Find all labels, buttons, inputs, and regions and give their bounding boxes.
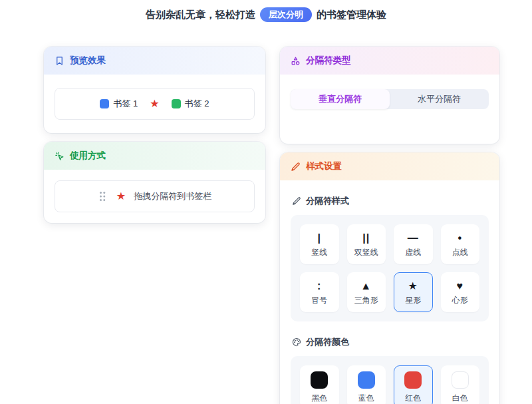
separator-color-label: 分隔符颜色 xyxy=(292,336,489,348)
right-column: 分隔符类型 垂直分隔符 水平分隔符 样式设置 xyxy=(280,47,499,404)
bookmark-icon xyxy=(55,56,65,66)
preview-card-body: 书签 1 ★ 书签 2 xyxy=(44,75,265,133)
bookmark-favicon xyxy=(172,99,181,108)
separator-color-label-text: 分隔符颜色 xyxy=(306,336,349,348)
tagline-badge: 层次分明 xyxy=(260,7,312,22)
separator-style-label-text: 分隔符样式 xyxy=(306,195,349,207)
double-line-glyph: || xyxy=(362,232,370,244)
page-tagline: 告别杂乱无章，轻松打造 层次分明 的书签管理体验 xyxy=(0,7,532,23)
separator-type-header: 分隔符类型 xyxy=(280,47,499,75)
preview-card-title: 预览效果 xyxy=(70,55,106,67)
shapes-icon xyxy=(291,56,301,66)
tagline-prefix: 告别杂乱无章，轻松打造 xyxy=(146,9,255,21)
bookmark-item: 书签 2 xyxy=(172,98,209,110)
separator-type-body: 垂直分隔符 水平分隔符 xyxy=(280,75,499,144)
red-swatch xyxy=(404,371,422,389)
bookmark-favicon xyxy=(100,99,109,108)
separator-type-tabs: 垂直分隔符 水平分隔符 xyxy=(291,89,489,109)
paintbrush-icon xyxy=(291,162,301,172)
bookmark-bar-preview: 书签 1 ★ 书签 2 xyxy=(55,88,255,120)
style-option-heart[interactable]: ♥ 心形 xyxy=(441,272,480,312)
main-layout: 预览效果 书签 1 ★ 书签 2 xyxy=(44,47,499,404)
style-option-dot[interactable]: • 点线 xyxy=(441,224,480,264)
color-option-red[interactable]: 红色 xyxy=(394,365,433,404)
heart-glyph: ♥ xyxy=(457,280,464,292)
tab-horizontal-separator[interactable]: 水平分隔符 xyxy=(390,89,489,109)
palette-icon xyxy=(292,337,301,347)
black-swatch xyxy=(311,371,328,389)
style-option-dashed-line[interactable]: — 虚线 xyxy=(394,224,433,264)
vertical-line-glyph: | xyxy=(318,232,321,244)
dot-glyph: • xyxy=(458,232,462,244)
usage-card: 使用方式 ★ 拖拽分隔符到书签栏 xyxy=(44,142,265,223)
style-option-colon[interactable]: : 冒号 xyxy=(300,272,339,312)
style-option-star[interactable]: ★ 星形 xyxy=(394,272,433,312)
drag-hint-text: 拖拽分隔符到书签栏 xyxy=(134,190,211,202)
style-settings-title: 样式设置 xyxy=(306,160,342,172)
style-option-double-line[interactable]: || 双竖线 xyxy=(347,224,386,264)
star-glyph: ★ xyxy=(408,280,418,292)
pen-icon xyxy=(292,196,301,206)
color-option-white[interactable]: 白色 xyxy=(441,365,480,404)
style-option-vertical-line[interactable]: | 竖线 xyxy=(300,224,339,264)
colon-glyph: : xyxy=(317,280,321,292)
triangle-glyph: ▲ xyxy=(360,280,372,292)
bookmark-label: 书签 1 xyxy=(113,98,138,110)
style-settings-header: 样式设置 xyxy=(280,152,499,180)
left-column: 预览效果 书签 1 ★ 书签 2 xyxy=(44,47,265,223)
tagline-suffix: 的书签管理体验 xyxy=(317,9,386,21)
blue-swatch xyxy=(358,371,375,389)
white-swatch xyxy=(452,371,469,389)
separator-style-grid: | 竖线 || 双竖线 — 虚线 • 点线 xyxy=(291,215,489,321)
separator-style-label: 分隔符样式 xyxy=(292,195,489,207)
cursor-click-icon xyxy=(55,151,65,161)
style-settings-card: 样式设置 分隔符样式 | 竖线 || xyxy=(280,152,499,404)
usage-card-header: 使用方式 xyxy=(44,142,265,170)
separator-type-card: 分隔符类型 垂直分隔符 水平分隔符 xyxy=(280,47,499,144)
separator-star-icon: ★ xyxy=(116,191,126,202)
style-option-triangle[interactable]: ▲ 三角形 xyxy=(347,272,386,312)
usage-card-title: 使用方式 xyxy=(70,150,106,162)
separator-type-title: 分隔符类型 xyxy=(306,55,351,67)
color-option-blue[interactable]: 蓝色 xyxy=(347,365,386,404)
separator-star-icon: ★ xyxy=(150,99,159,109)
bookmark-label: 书签 2 xyxy=(185,98,209,110)
bookmark-item: 书签 1 xyxy=(100,98,138,110)
style-settings-body: 分隔符样式 | 竖线 || 双竖线 — 虚线 xyxy=(280,180,499,404)
grip-handle-icon[interactable] xyxy=(98,190,107,202)
color-option-black[interactable]: 黑色 xyxy=(300,365,339,404)
preview-card: 预览效果 书签 1 ★ 书签 2 xyxy=(44,47,265,133)
tab-vertical-separator[interactable]: 垂直分隔符 xyxy=(291,89,390,109)
preview-card-header: 预览效果 xyxy=(44,47,265,75)
dashed-line-glyph: — xyxy=(408,232,419,244)
usage-card-body: ★ 拖拽分隔符到书签栏 xyxy=(44,170,265,223)
separator-color-grid: 黑色 蓝色 红色 白色 xyxy=(291,356,489,404)
draggable-separator[interactable]: ★ 拖拽分隔符到书签栏 xyxy=(55,180,255,212)
